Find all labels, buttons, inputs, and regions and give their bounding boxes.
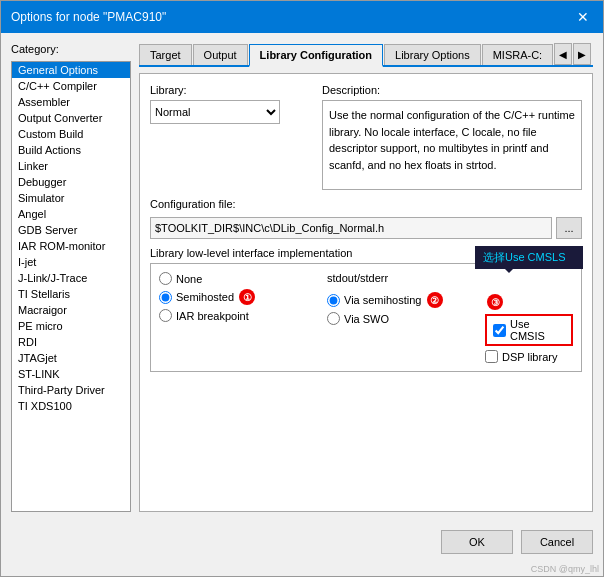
category-item-jtagjet[interactable]: JTAGjet [12, 350, 130, 366]
config-file-row: Configuration file: ... [150, 198, 582, 239]
description-col: Description: Use the normal configuratio… [322, 84, 582, 190]
impl-left: None Semihosted ① IA [159, 272, 319, 363]
description-text: Use the normal configuration of the C/C+… [322, 100, 582, 190]
radio-iar-label: IAR breakpoint [176, 310, 249, 322]
watermark: CSDN @qmy_lhl [1, 564, 603, 576]
category-item-ti-xds100[interactable]: TI XDS100 [12, 398, 130, 414]
cmsis-annotation-container: 选择Use CMSLS ③ [485, 272, 573, 310]
category-item-ti-stellaris[interactable]: TI Stellaris [12, 286, 130, 302]
dsp-library-row: DSP library [485, 350, 573, 363]
tab-output[interactable]: Output [193, 44, 248, 65]
impl-section: None Semihosted ① IA [150, 263, 582, 372]
options-dialog: Options for node "PMAC910" ✕ Category: G… [0, 0, 604, 577]
category-item-cpp-compiler[interactable]: C/C++ Compiler [12, 78, 130, 94]
main-panel: Target Output Library Configuration Libr… [139, 43, 593, 512]
radio-via-swo-label: Via SWO [344, 313, 389, 325]
radio-none: None [159, 272, 319, 285]
tabs-row: Target Output Library Configuration Libr… [139, 43, 593, 67]
category-list: General OptionsC/C++ CompilerAssemblerOu… [11, 61, 131, 512]
ok-button[interactable]: OK [441, 530, 513, 554]
library-desc-row: Library: Normal Full None Custom Descrip… [150, 84, 582, 190]
stdout-label: stdout/stderr [327, 272, 477, 284]
category-item-i-jet[interactable]: I-jet [12, 254, 130, 270]
category-item-third-party-driver[interactable]: Third-Party Driver [12, 382, 130, 398]
library-dropdown-container: Normal Full None Custom [150, 100, 310, 124]
category-item-simulator[interactable]: Simulator [12, 190, 130, 206]
tab-nav-left[interactable]: ◀ [554, 43, 572, 65]
use-cmsis-checkbox[interactable] [493, 324, 506, 337]
radio-semihosted-label: Semihosted ① [176, 289, 255, 305]
tab-content: Library: Normal Full None Custom Descrip… [139, 73, 593, 512]
dialog-title: Options for node "PMAC910" [11, 10, 166, 24]
radio-via-semihosting: Via semihosting ② [327, 292, 477, 308]
config-file-input-row: ... [150, 217, 582, 239]
tab-nav-right[interactable]: ▶ [573, 43, 591, 65]
cmsis-tooltip: 选择Use CMSLS [475, 246, 583, 269]
radio-semihosted: Semihosted ① [159, 289, 319, 305]
category-item-jlink-jtrace[interactable]: J-Link/J-Trace [12, 270, 130, 286]
library-col: Library: Normal Full None Custom [150, 84, 310, 190]
tab-library-configuration[interactable]: Library Configuration [249, 44, 383, 67]
library-label: Library: [150, 84, 310, 96]
category-item-angel[interactable]: Angel [12, 206, 130, 222]
tab-target[interactable]: Target [139, 44, 192, 65]
impl-wrapper: Library low-level interface implementati… [150, 247, 582, 372]
use-cmsis-box: Use CMSIS [485, 314, 573, 346]
description-label: Description: [322, 84, 582, 96]
radio-via-semihosting-label: Via semihosting ② [344, 292, 443, 308]
browse-button[interactable]: ... [556, 217, 582, 239]
radio-iar-breakpoint: IAR breakpoint [159, 309, 319, 322]
config-file-input[interactable] [150, 217, 552, 239]
badge-1: ① [239, 289, 255, 305]
radio-none-label: None [176, 273, 202, 285]
category-item-general-options[interactable]: General Options [12, 62, 130, 78]
category-item-assembler[interactable]: Assembler [12, 94, 130, 110]
dialog-body: Category: General OptionsC/C++ CompilerA… [1, 33, 603, 522]
category-item-debugger[interactable]: Debugger [12, 174, 130, 190]
category-item-output-converter[interactable]: Output Converter [12, 110, 130, 126]
config-file-label: Configuration file: [150, 198, 582, 210]
impl-middle: stdout/stderr Via semihosting ② Via [327, 272, 477, 363]
category-item-iar-rom-monitor[interactable]: IAR ROM-monitor [12, 238, 130, 254]
radio-via-swo: Via SWO [327, 312, 477, 325]
footer-row: OK Cancel [1, 522, 603, 564]
category-item-build-actions[interactable]: Build Actions [12, 142, 130, 158]
dsp-library-label: DSP library [502, 351, 557, 363]
category-item-st-link[interactable]: ST-LINK [12, 366, 130, 382]
category-item-linker[interactable]: Linker [12, 158, 130, 174]
badge-2: ② [427, 292, 443, 308]
category-item-macraigor[interactable]: Macraigor [12, 302, 130, 318]
category-label: Category: [11, 43, 131, 55]
category-item-rdi[interactable]: RDI [12, 334, 130, 350]
category-item-custom-build[interactable]: Custom Build [12, 126, 130, 142]
badge-3: ③ [487, 294, 503, 310]
cancel-button[interactable]: Cancel [521, 530, 593, 554]
tab-library-options[interactable]: Library Options [384, 44, 481, 65]
tab-misra-c[interactable]: MISRA-C: [482, 44, 554, 65]
close-button[interactable]: ✕ [573, 7, 593, 27]
category-item-pe-micro[interactable]: PE micro [12, 318, 130, 334]
impl-right: 选择Use CMSLS ③ Use CMSIS [485, 272, 573, 363]
category-item-gdb-server[interactable]: GDB Server [12, 222, 130, 238]
category-panel: Category: General OptionsC/C++ CompilerA… [11, 43, 131, 512]
use-cmsis-row: ③ [485, 294, 573, 310]
dsp-library-checkbox[interactable] [485, 350, 498, 363]
title-bar: Options for node "PMAC910" ✕ [1, 1, 603, 33]
use-cmsis-label: Use CMSIS [510, 318, 565, 342]
library-select[interactable]: Normal Full None Custom [150, 100, 280, 124]
